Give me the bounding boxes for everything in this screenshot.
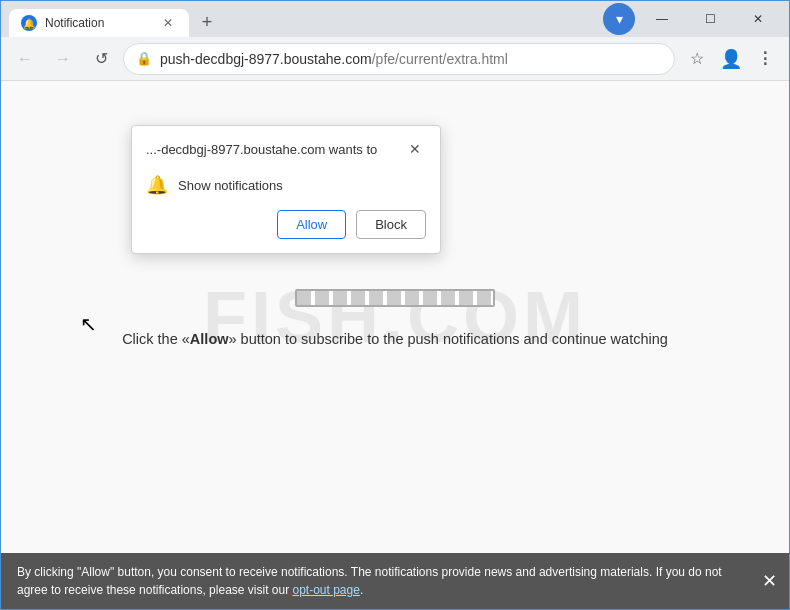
tab-close-button[interactable]: ✕ <box>159 14 177 32</box>
show-notifications-label: Show notifications <box>178 178 283 193</box>
page-content: FISH.COM ↖ Click the «Allow» button to s… <box>1 81 789 553</box>
progress-bar-area <box>295 289 495 307</box>
consent-bar: By clicking "Allow" button, you consent … <box>1 553 789 609</box>
notification-popup: ...-decdbgj-8977.boustahe.com wants to ✕… <box>131 125 441 254</box>
tab-favicon-icon <box>21 15 37 31</box>
bell-icon: 🔔 <box>146 174 168 196</box>
maximize-button[interactable]: ☐ <box>687 1 733 37</box>
lock-icon: 🔒 <box>136 51 152 67</box>
popup-buttons: Allow Block <box>132 210 440 253</box>
refresh-button[interactable]: ↺ <box>85 43 117 75</box>
profile-button[interactable]: 👤 <box>715 43 747 75</box>
bookmark-button[interactable]: ☆ <box>681 43 713 75</box>
forward-button[interactable]: → <box>47 43 79 75</box>
consent-text-before: By clicking "Allow" button, you consent … <box>17 565 722 597</box>
window-controls: — ☐ ✕ <box>639 1 781 37</box>
instruction-after: » button to subscribe to the push notifi… <box>229 331 668 347</box>
address-domain: push-decdbgj-8977.boustahe.com <box>160 51 372 67</box>
popup-close-button[interactable]: ✕ <box>404 138 426 160</box>
instruction-allow-word: Allow <box>190 331 229 347</box>
back-button[interactable]: ← <box>9 43 41 75</box>
instruction-text: Click the «Allow» button to subscribe to… <box>122 331 668 347</box>
address-path: /pfe/current/extra.html <box>372 51 508 67</box>
browser-window: Notification ✕ + ▾ — ☐ ✕ ← → ↺ 🔒 push-de… <box>0 0 790 610</box>
allow-button[interactable]: Allow <box>277 210 346 239</box>
address-text: push-decdbgj-8977.boustahe.com/pfe/curre… <box>160 51 662 67</box>
address-bar[interactable]: 🔒 push-decdbgj-8977.boustahe.com/pfe/cur… <box>123 43 675 75</box>
consent-text-period: . <box>360 583 363 597</box>
nav-bar: ← → ↺ 🔒 push-decdbgj-8977.boustahe.com/p… <box>1 37 789 81</box>
minimize-button[interactable]: — <box>639 1 685 37</box>
title-bar: Notification ✕ + ▾ — ☐ ✕ <box>1 1 789 37</box>
popup-domain-text: ...-decdbgj-8977.boustahe.com wants to <box>146 142 377 157</box>
menu-button[interactable]: ⋮ <box>749 43 781 75</box>
nav-right-icons: ☆ 👤 ⋮ <box>681 43 781 75</box>
tab-title: Notification <box>45 16 151 30</box>
block-button[interactable]: Block <box>356 210 426 239</box>
cursor-icon: ↖ <box>80 312 97 336</box>
profile-icon[interactable]: ▾ <box>603 3 635 35</box>
tab-area: Notification ✕ + <box>9 1 599 37</box>
new-tab-button[interactable]: + <box>193 8 221 36</box>
opt-out-link[interactable]: opt-out page <box>292 583 359 597</box>
instruction-before: Click the « <box>122 331 190 347</box>
active-tab[interactable]: Notification ✕ <box>9 9 189 37</box>
popup-notification-row: 🔔 Show notifications <box>132 168 440 210</box>
progress-bar <box>295 289 495 307</box>
popup-header: ...-decdbgj-8977.boustahe.com wants to ✕ <box>132 126 440 168</box>
consent-close-button[interactable]: ✕ <box>762 572 777 590</box>
close-button[interactable]: ✕ <box>735 1 781 37</box>
